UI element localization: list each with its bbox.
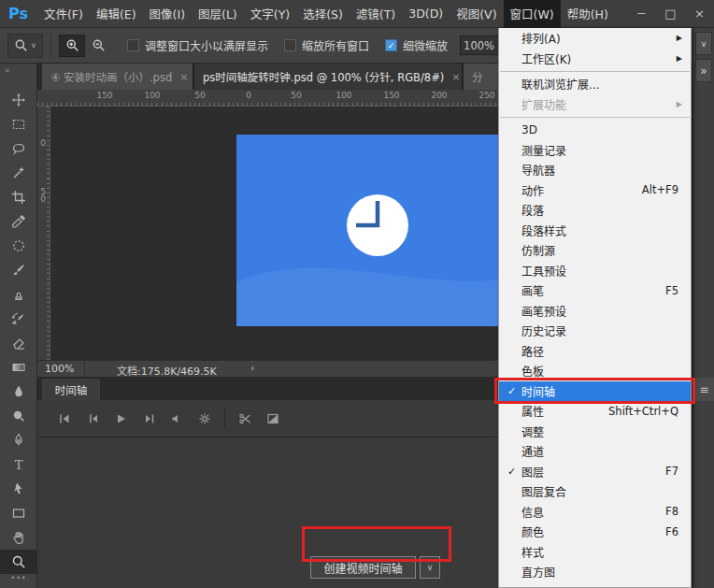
- play-button[interactable]: [107, 408, 135, 430]
- document-tab[interactable]: ④ 安装时动画（小）.psd ×: [42, 64, 194, 90]
- lasso-tool-icon: [11, 141, 26, 156]
- history-brush-tool[interactable]: [0, 307, 37, 331]
- menu-item-brush-presets[interactable]: 画笔预设: [499, 301, 691, 322]
- dodge-tool[interactable]: [0, 404, 37, 428]
- audio-toggle-button[interactable]: [163, 408, 191, 430]
- shape-tool[interactable]: [0, 501, 37, 525]
- crop-tool[interactable]: [0, 185, 37, 209]
- zoom-out-button[interactable]: [85, 35, 111, 57]
- gradient-tool[interactable]: [0, 355, 37, 380]
- checkbox-checked[interactable]: ✓: [385, 39, 397, 51]
- menu-separator: [500, 117, 690, 118]
- menu-item-arrange[interactable]: 排列(A)▶: [499, 28, 691, 49]
- create-video-timeline-button[interactable]: 创建视频时间轴: [310, 556, 416, 579]
- menu-item-swatches[interactable]: 色板: [499, 361, 691, 381]
- checkbox-unchecked[interactable]: [284, 39, 296, 51]
- menu-item-tool-presets[interactable]: 工具预设: [499, 261, 691, 281]
- collapse-panel-icon[interactable]: »: [0, 64, 36, 77]
- document-tab-active[interactable]: ps时间轴旋转时钟.psd @ 100% (分针, RGB/8#) ×: [194, 64, 464, 90]
- menu-item-info[interactable]: 信息F8: [499, 502, 691, 523]
- lasso-tool[interactable]: [0, 136, 37, 161]
- menu-select[interactable]: 选择(S): [296, 0, 350, 28]
- menu-item-actions[interactable]: 动作Alt+F9: [499, 180, 691, 201]
- edit-toolbar-icon[interactable]: •••: [0, 574, 37, 582]
- menu-item-measurement-log[interactable]: 测量记录: [499, 140, 691, 161]
- timeline-panel-tab[interactable]: 时间轴: [42, 379, 100, 400]
- menu-image[interactable]: 图像(I): [143, 0, 192, 28]
- gradient-tool-icon: [11, 360, 26, 375]
- move-tool[interactable]: [0, 88, 37, 112]
- scrubby-zoom-option[interactable]: ✓ 细微缩放: [385, 37, 448, 53]
- menu-item-3d[interactable]: 3D: [499, 120, 691, 140]
- zoom-percentage-field[interactable]: 100%: [460, 36, 499, 55]
- status-options-icon[interactable]: ›: [250, 362, 254, 374]
- document-size-info: 文档:175.8K/469.5K: [117, 363, 217, 378]
- close-icon[interactable]: ×: [179, 71, 188, 83]
- menu-item-adjustments[interactable]: 调整: [499, 422, 691, 442]
- menu-item-paths[interactable]: 路径: [499, 341, 691, 362]
- menu-item-styles[interactable]: 样式: [499, 542, 691, 563]
- zoom-tool[interactable]: [0, 550, 37, 574]
- menu-edit[interactable]: 编辑(E): [90, 0, 143, 28]
- marquee-tool[interactable]: [0, 112, 37, 136]
- expand-panels-button[interactable]: »: [695, 59, 712, 82]
- menu-file[interactable]: 文件(F): [37, 0, 90, 28]
- menu-item-workspace[interactable]: 工作区(K)▶: [499, 49, 691, 69]
- next-frame-button[interactable]: [135, 408, 163, 430]
- menu-item-notes[interactable]: 注释: [499, 582, 691, 588]
- quick-selection-tool[interactable]: [0, 161, 37, 185]
- menu-item-browse-extensions[interactable]: 联机浏览扩展...: [499, 74, 691, 94]
- previous-frame-button[interactable]: [79, 408, 107, 430]
- menu-item-extensions[interactable]: 扩展功能▶: [499, 94, 691, 115]
- blur-tool[interactable]: [0, 380, 37, 404]
- status-zoom-level[interactable]: 100%: [45, 363, 74, 375]
- transition-button[interactable]: [259, 408, 287, 430]
- menu-3d[interactable]: 3D(D): [402, 1, 450, 26]
- zoom-in-button[interactable]: [59, 35, 85, 57]
- menu-item-brush[interactable]: 画笔F5: [499, 280, 691, 301]
- menu-layer[interactable]: 图层(L): [192, 0, 244, 28]
- menu-item-layers[interactable]: ✓图层F7: [499, 462, 691, 482]
- menu-window[interactable]: 窗口(W): [504, 0, 561, 28]
- menu-item-layer-comps[interactable]: 图层复合: [499, 481, 691, 502]
- menu-item-paragraph-styles[interactable]: 段落样式: [499, 221, 691, 241]
- close-icon[interactable]: ×: [451, 71, 460, 83]
- menu-item-histogram[interactable]: 直方图: [499, 562, 691, 582]
- timeline-settings-button[interactable]: [191, 408, 219, 430]
- go-to-first-frame-button[interactable]: [50, 408, 79, 430]
- menu-item-channels[interactable]: 通道: [499, 441, 691, 462]
- split-clip-button[interactable]: [231, 408, 259, 430]
- menu-view[interactable]: 视图(V): [450, 0, 503, 28]
- current-tool-button[interactable]: ∨: [7, 34, 43, 58]
- brush-tool[interactable]: [0, 258, 37, 282]
- pen-tool[interactable]: [0, 428, 37, 452]
- type-tool[interactable]: T: [0, 452, 37, 477]
- eraser-tool[interactable]: [0, 331, 37, 355]
- panel-menu-icon[interactable]: ≡: [693, 378, 714, 401]
- menu-item-properties[interactable]: 属性Shift+Ctrl+Q: [499, 401, 691, 422]
- menu-item-clone-source[interactable]: 仿制源: [499, 240, 691, 261]
- menu-filter[interactable]: 滤镜(T): [350, 0, 402, 28]
- ruler-tick-label: 0: [246, 91, 251, 100]
- minimize-button[interactable]: ─: [627, 7, 656, 21]
- maximize-button[interactable]: □: [656, 7, 685, 21]
- menu-help[interactable]: 帮助(H): [561, 0, 615, 28]
- hand-tool[interactable]: [0, 525, 37, 550]
- zoom-all-windows-option[interactable]: 缩放所有窗口: [284, 37, 369, 53]
- healing-brush-tool[interactable]: [0, 234, 37, 258]
- dock-chevron-button[interactable]: ∨: [695, 32, 712, 55]
- checkbox-unchecked[interactable]: [127, 39, 139, 51]
- marquee-tool-icon: [11, 117, 26, 132]
- timeline-type-dropdown[interactable]: ∨: [420, 556, 440, 579]
- menu-item-timeline[interactable]: ✓时间轴: [499, 381, 691, 402]
- menu-type[interactable]: 文字(Y): [244, 0, 296, 28]
- clone-stamp-tool[interactable]: [0, 282, 37, 307]
- path-selection-tool[interactable]: [0, 477, 37, 501]
- menu-item-navigator[interactable]: 导航器: [499, 160, 691, 180]
- close-button[interactable]: ×: [685, 7, 714, 21]
- menu-item-paragraph[interactable]: 段落: [499, 200, 691, 221]
- eyedropper-tool[interactable]: [0, 209, 37, 234]
- resize-window-option[interactable]: 调整窗口大小以满屏显示: [127, 37, 268, 53]
- menu-item-color[interactable]: 颜色F6: [499, 522, 691, 542]
- menu-item-history[interactable]: 历史记录: [499, 321, 691, 341]
